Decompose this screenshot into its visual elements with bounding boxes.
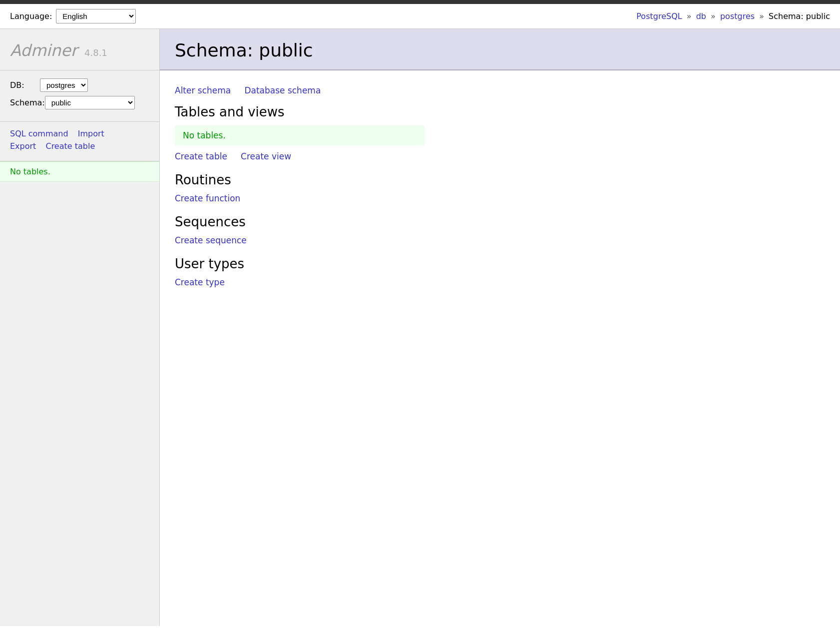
create-table-sidebar-link[interactable]: Create table	[45, 141, 95, 151]
export-link[interactable]: Export	[10, 141, 36, 151]
create-type-link[interactable]: Create type	[175, 277, 225, 287]
page-title: Schema: public	[175, 40, 825, 60]
sidebar-no-tables: No tables.	[0, 161, 159, 182]
schema-label: Schema:	[10, 98, 45, 107]
db-label: DB:	[10, 80, 40, 90]
sidebar-links-row-2: Export Create table	[10, 141, 149, 151]
content-body: Alter schema Database schema Tables and …	[160, 80, 840, 303]
sidebar-links-row-1: SQL command Import	[10, 129, 149, 138]
breadcrumb-postgresql[interactable]: PostgreSQL	[636, 11, 682, 21]
import-link[interactable]: Import	[78, 129, 104, 138]
sidebar-db: DB: postgres Schema: public	[0, 70, 159, 122]
database-schema-link[interactable]: Database schema	[244, 85, 321, 95]
create-sequence-link[interactable]: Create sequence	[175, 235, 247, 245]
top-bar	[0, 0, 840, 4]
language-select[interactable]: English Czech German Spanish French	[56, 9, 136, 23]
create-table-link[interactable]: Create table	[175, 151, 227, 161]
create-view-link[interactable]: Create view	[241, 151, 291, 161]
header-row: Language: English Czech German Spanish F…	[0, 4, 840, 29]
language-label: Language:	[10, 11, 52, 21]
sidebar-db-row: DB: postgres	[10, 78, 149, 92]
breadcrumb-db[interactable]: db	[696, 11, 706, 21]
content-header: Schema: public	[160, 29, 840, 70]
sidebar-logo: Adminer 4.8.1	[0, 29, 159, 70]
breadcrumb-sep-1: »	[687, 11, 692, 21]
db-select[interactable]: postgres	[40, 78, 88, 92]
sequences-heading: Sequences	[175, 214, 825, 229]
sql-command-link[interactable]: SQL command	[10, 129, 68, 138]
breadcrumb-sep-2: »	[711, 11, 716, 21]
content: Schema: public Alter schema Database sch…	[160, 29, 840, 626]
breadcrumb-postgres[interactable]: postgres	[720, 11, 755, 21]
sidebar-logo-version: 4.8.1	[84, 47, 107, 58]
action-links: Alter schema Database schema	[175, 85, 825, 95]
alter-schema-link[interactable]: Alter schema	[175, 85, 231, 95]
tables-views-heading: Tables and views	[175, 104, 825, 119]
create-function-link[interactable]: Create function	[175, 193, 240, 203]
breadcrumb: PostgreSQL » db » postgres » Schema: pub…	[636, 11, 830, 21]
breadcrumb-current: Schema: public	[769, 11, 830, 21]
sidebar-logo-text: Adminer 4.8.1	[10, 41, 107, 60]
main-layout: Adminer 4.8.1 DB: postgres Schema: publi…	[0, 29, 840, 626]
breadcrumb-sep-3: »	[759, 11, 764, 21]
no-tables-message: No tables.	[175, 125, 424, 145]
sequences-links: Create sequence	[175, 235, 825, 245]
schema-select[interactable]: public	[45, 96, 135, 109]
user-types-heading: User types	[175, 256, 825, 271]
sidebar-links: SQL command Import Export Create table	[0, 122, 159, 161]
tables-views-links: Create table Create view	[175, 151, 825, 161]
routines-heading: Routines	[175, 172, 825, 187]
sidebar-schema-row: Schema: public	[10, 96, 149, 109]
user-types-links: Create type	[175, 277, 825, 287]
sidebar: Adminer 4.8.1 DB: postgres Schema: publi…	[0, 29, 160, 626]
routines-links: Create function	[175, 193, 825, 203]
